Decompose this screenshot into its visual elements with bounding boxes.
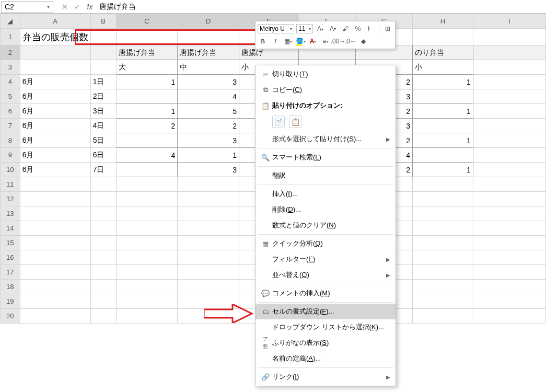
cell[interactable]: 6月 xyxy=(20,75,90,89)
cell[interactable] xyxy=(412,206,473,221)
cell[interactable]: 2 xyxy=(178,119,239,133)
name-box[interactable]: C2 ▾ xyxy=(1,1,53,13)
cell[interactable]: 1 xyxy=(412,104,473,119)
decrease-decimal-icon[interactable]: .0← xyxy=(345,36,356,47)
fx-icon[interactable]: fx xyxy=(84,3,96,11)
row-header[interactable]: 1 xyxy=(1,29,20,45)
row-header[interactable]: 3 xyxy=(1,60,20,75)
cell[interactable]: 6月 xyxy=(20,148,90,163)
ctx-smart-lookup[interactable]: 🔍 スマート検索(L) xyxy=(255,149,396,165)
row-header[interactable]: 19 xyxy=(1,294,20,309)
cell[interactable] xyxy=(90,45,116,60)
ctx-link[interactable]: 🔗 リンク(I)▶ xyxy=(255,369,396,385)
cell[interactable] xyxy=(90,192,116,206)
row-header[interactable]: 9 xyxy=(1,148,20,163)
ctx-translate[interactable]: 翻訳 xyxy=(255,168,396,183)
cell[interactable] xyxy=(473,60,545,75)
select-all-corner[interactable]: ◢ xyxy=(1,14,20,29)
cell[interactable]: 6日 xyxy=(90,148,116,163)
row-header[interactable]: 7 xyxy=(1,119,20,133)
cell[interactable] xyxy=(412,250,473,265)
cell[interactable] xyxy=(90,177,116,192)
cell[interactable] xyxy=(473,177,545,192)
ctx-quick-analysis[interactable]: ▦ クイック分析(Q) xyxy=(255,236,396,251)
cell[interactable] xyxy=(90,206,116,221)
cell[interactable] xyxy=(90,265,116,280)
row-header[interactable]: 11 xyxy=(1,177,20,192)
cell[interactable] xyxy=(116,89,178,104)
percent-style-icon[interactable]: % xyxy=(353,24,363,34)
col-header-I[interactable]: I xyxy=(473,14,545,29)
cell[interactable] xyxy=(178,294,239,309)
bold-button[interactable]: B xyxy=(258,36,268,47)
cell[interactable] xyxy=(178,221,239,236)
cell[interactable] xyxy=(178,236,239,250)
merge-icon[interactable]: ⊞ xyxy=(382,24,393,34)
cell[interactable]: 6月 xyxy=(20,89,90,104)
ctx-paste-special[interactable]: 形式を選択して貼り付け(S)...▶ xyxy=(255,131,396,147)
ctx-copy[interactable]: ⧉ コピー(C) xyxy=(255,82,396,98)
increase-font-icon[interactable]: A▴ xyxy=(315,24,326,34)
cell[interactable] xyxy=(90,250,116,265)
col-header-A[interactable]: A xyxy=(20,14,90,29)
ctx-insert[interactable]: 挿入(I)... xyxy=(255,186,396,202)
cell[interactable] xyxy=(178,29,239,45)
row-header[interactable]: 16 xyxy=(1,250,20,265)
cell[interactable] xyxy=(20,45,90,60)
cell[interactable] xyxy=(116,265,178,280)
cell[interactable] xyxy=(412,221,473,236)
cell[interactable] xyxy=(20,60,90,75)
cell[interactable] xyxy=(90,221,116,236)
cell[interactable] xyxy=(178,206,239,221)
cell[interactable]: 6月 xyxy=(20,163,90,177)
cell[interactable] xyxy=(20,177,90,192)
cell[interactable] xyxy=(116,133,178,148)
ctx-format-cells[interactable]: 🗂 セルの書式設定(F)... xyxy=(255,304,396,319)
cell[interactable] xyxy=(412,294,473,309)
cell[interactable] xyxy=(90,29,116,45)
cell[interactable] xyxy=(473,280,545,294)
row-header[interactable]: 8 xyxy=(1,133,20,148)
cell[interactable] xyxy=(412,309,473,324)
cell[interactable]: 2 xyxy=(116,119,178,133)
cell[interactable] xyxy=(473,163,545,177)
row-header[interactable]: 2 xyxy=(1,45,20,60)
cell[interactable] xyxy=(178,280,239,294)
cell[interactable] xyxy=(116,163,178,177)
row-header[interactable]: 18 xyxy=(1,280,20,294)
comma-style-icon[interactable]: ᠨ xyxy=(365,24,376,34)
cell[interactable] xyxy=(473,104,545,119)
paste-option-2-icon[interactable]: 📋 xyxy=(289,116,301,128)
cell[interactable]: 7日 xyxy=(90,163,116,177)
row-header[interactable]: 13 xyxy=(1,206,20,221)
cell[interactable]: 中 xyxy=(178,60,239,75)
ctx-insert-comment[interactable]: 💬 コメントの挿入(M) xyxy=(255,285,396,301)
row-header[interactable]: 6 xyxy=(1,104,20,119)
cell[interactable]: 4 xyxy=(116,148,178,163)
row-header[interactable]: 17 xyxy=(1,265,20,280)
cell[interactable] xyxy=(90,280,116,294)
cell[interactable] xyxy=(473,309,545,324)
cell[interactable]: 1日 xyxy=(90,75,116,89)
cell[interactable] xyxy=(473,206,545,221)
row-header[interactable]: 14 xyxy=(1,221,20,236)
cell[interactable]: 弁当の販売個数 xyxy=(20,29,90,45)
cell[interactable]: 大 xyxy=(116,60,178,75)
cell[interactable]: 4 xyxy=(178,89,239,104)
cell[interactable]: 1 xyxy=(178,148,239,163)
col-header-H[interactable]: H xyxy=(412,14,473,29)
ctx-cut[interactable]: ✂ 切り取り(T) xyxy=(255,66,396,82)
cell[interactable] xyxy=(90,309,116,324)
format-painter-icon[interactable]: 🖌 xyxy=(340,24,351,34)
cell[interactable]: 唐揚げ弁当 xyxy=(178,45,239,60)
cell[interactable] xyxy=(178,309,239,324)
cell[interactable] xyxy=(412,265,473,280)
cell[interactable]: 3日 xyxy=(90,104,116,119)
cell[interactable] xyxy=(473,148,545,163)
cell[interactable] xyxy=(473,265,545,280)
cell[interactable] xyxy=(116,250,178,265)
cell[interactable] xyxy=(473,45,545,60)
cell[interactable]: 1 xyxy=(412,133,473,148)
cell[interactable]: のり弁当 xyxy=(412,45,473,60)
col-header-B[interactable]: B xyxy=(90,14,116,29)
